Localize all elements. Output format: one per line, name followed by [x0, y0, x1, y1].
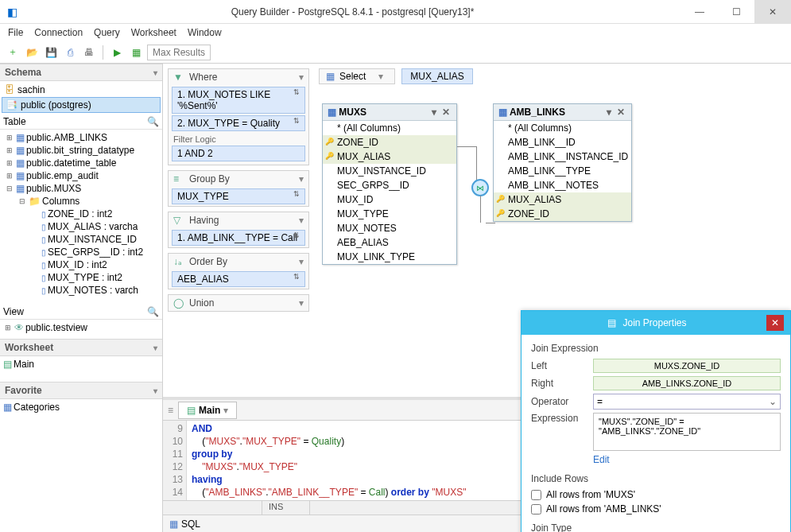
search-icon[interactable]: 🔍 [147, 306, 159, 317]
column-row[interactable]: 🔑MUX_ALIAS [494, 192, 631, 207]
search-icon[interactable]: 🔍 [147, 116, 159, 127]
tree-item[interactable]: ▯ZONE_ID : int2 [2, 208, 161, 220]
column-row[interactable]: MUX_INSTANCE_ID [323, 164, 456, 178]
column-row[interactable]: AMB_LINK__INSTANCE_ID [494, 150, 631, 164]
join-properties-panel[interactable]: ▤ Join Properties ✕ Join Expression Left… [521, 310, 791, 532]
column-row[interactable]: MUX_ID [323, 192, 456, 207]
schema-header[interactable]: Schema ▾ [0, 64, 162, 81]
groupby-header[interactable]: ≡ Group By ▾ [169, 171, 308, 187]
close-icon[interactable]: ✕ [442, 107, 452, 118]
where-item[interactable]: 2. MUX_TYPE = Quality⇅ [172, 115, 305, 131]
close-button[interactable]: ✕ [754, 0, 791, 24]
tree-item[interactable]: ⊟▦public.MUXS [2, 182, 161, 195]
expand-icon[interactable]: ⊞ [5, 146, 14, 154]
tree-item[interactable]: ⊞▦public.bit_string_datatype [2, 144, 161, 157]
reorder-icon[interactable]: ⇅ [293, 117, 303, 125]
sql-code[interactable]: AND ("MUXS"."MUX_TYPE" = Quality) group … [187, 421, 471, 500]
save-all-icon[interactable]: ⎙ [62, 45, 78, 60]
tree-item[interactable]: ▯SEC_GRPS__ID : int2 [2, 246, 161, 258]
union-header[interactable]: ◯ Union ▾ [169, 295, 308, 311]
save-icon[interactable]: 💾 [43, 45, 59, 60]
column-row[interactable]: AEB_ALIAS [323, 235, 456, 250]
chevron-down-icon[interactable]: ▾ [299, 72, 304, 83]
expand-icon[interactable]: ⊟ [5, 184, 14, 192]
tree-item[interactable]: ▯MUX_ALIAS : varcha [2, 220, 161, 233]
tree-item[interactable]: ▯MUX_INSTANCE_ID [2, 233, 161, 246]
tree-item[interactable]: ▯MUX_NOTES : varch [2, 284, 161, 297]
right-field[interactable]: AMB_LINKS.ZONE_ID [593, 376, 781, 390]
close-icon[interactable]: ✕ [617, 107, 626, 118]
select-chip[interactable]: MUX_ALIAS [401, 68, 472, 84]
worksheet-header[interactable]: Worksheet ▾ [0, 339, 162, 356]
include-amb-checkbox[interactable] [531, 504, 541, 515]
expand-icon[interactable]: ⊟ [17, 197, 27, 205]
column-row[interactable]: 🔑MUX_ALIAS [323, 150, 456, 164]
collapse-icon[interactable]: ▾ [153, 68, 157, 77]
menu-worksheet[interactable]: Worksheet [131, 27, 176, 38]
reorder-icon[interactable]: ⇅ [293, 88, 303, 96]
column-row[interactable]: * (All Columns) [323, 121, 456, 135]
having-header[interactable]: ▽ Having ▾ [169, 212, 308, 228]
menu-query[interactable]: Query [94, 27, 120, 38]
run-sheet-icon[interactable]: ▦ [128, 45, 144, 60]
menu-connection[interactable]: Connection [34, 27, 83, 38]
operator-select[interactable]: =⌄ [593, 394, 781, 410]
schema-selected[interactable]: 📑 public (postgres) [2, 97, 161, 113]
tree-item[interactable]: ▯MUX_TYPE : int2 [2, 271, 161, 284]
list-icon[interactable]: ≡ [168, 405, 173, 416]
expand-icon[interactable]: ⊞ [5, 172, 14, 180]
having-item[interactable]: 1. AMB_LINK__TYPE = Call⇅ [172, 230, 305, 246]
favorite-item[interactable]: ▦ Categories [2, 401, 161, 414]
column-row[interactable]: MUX_TYPE [323, 207, 456, 221]
tree-item[interactable]: ⊞▦public.datetime_table [2, 157, 161, 169]
chevron-down-icon[interactable]: ▾ [299, 215, 304, 226]
collapse-icon[interactable]: ▾ [153, 344, 157, 352]
chevron-down-icon[interactable]: ▾ [299, 297, 304, 309]
filter-logic-value[interactable]: 1 AND 2 [172, 146, 305, 161]
table-box-muxs[interactable]: ▦ MUXS ▾ ✕ * (All Columns)🔑ZONE_ID🔑MUX_A… [322, 103, 457, 265]
tree-item[interactable]: ▯MUX_ID : int2 [2, 258, 161, 271]
chevron-down-icon[interactable]: ▾ [607, 107, 613, 118]
open-icon[interactable]: 📂 [24, 45, 40, 60]
chevron-down-icon[interactable]: ⌄ [769, 396, 777, 407]
print-icon[interactable]: 🖶 [81, 45, 97, 60]
collapse-icon[interactable]: ▾ [153, 386, 157, 395]
column-row[interactable]: AMB_LINK__TYPE [494, 164, 631, 178]
tree-item[interactable]: ⊞▦public.emp_audit [2, 169, 161, 182]
chevron-down-icon[interactable]: ▾ [432, 107, 438, 118]
sql-tab-main[interactable]: ▤ Main ▾ [178, 402, 237, 419]
expand-icon[interactable]: ⊞ [5, 134, 14, 142]
expression-field[interactable]: "MUXS"."ZONE_ID" = "AMB_LINKS"."ZONE_ID" [593, 413, 781, 451]
menu-window[interactable]: Window [188, 27, 222, 38]
orderby-item[interactable]: AEB_ALIAS⇅ [172, 271, 305, 287]
chevron-down-icon[interactable]: ▾ [299, 173, 304, 184]
column-row[interactable]: AMB_LINK__NOTES [494, 178, 631, 192]
run-icon[interactable]: ▶ [109, 45, 125, 60]
column-row[interactable]: MUX_NOTES [323, 221, 456, 235]
chevron-down-icon[interactable]: ▾ [378, 71, 383, 82]
edit-link[interactable]: Edit [593, 454, 781, 465]
reorder-icon[interactable]: ⇅ [293, 273, 303, 281]
join-node[interactable]: ⋈ [471, 179, 489, 196]
worksheet-item[interactable]: ▤ Main [2, 358, 161, 371]
where-header[interactable]: ▼ Where ▾ [169, 69, 308, 85]
column-row[interactable]: MUX_LINK_TYPE [323, 250, 456, 264]
tree-item[interactable]: ⊟📁Columns [2, 195, 161, 208]
favorite-header[interactable]: Favorite ▾ [0, 382, 162, 399]
expand-icon[interactable]: ⊞ [3, 324, 13, 332]
view-item[interactable]: ⊞ 👁 public.testview [2, 321, 161, 334]
column-row[interactable]: * (All Columns) [494, 121, 631, 135]
tree-item[interactable]: ⊞▦public.AMB_LINKS [2, 131, 161, 144]
where-item[interactable]: 1. MUX_NOTES LIKE '%Sent%'⇅ [172, 87, 305, 114]
minimize-button[interactable]: — [681, 0, 718, 24]
chevron-down-icon[interactable]: ▾ [223, 405, 228, 416]
schema-db[interactable]: 🗄 sachin [2, 83, 161, 97]
table-tree[interactable]: ⊞▦public.AMB_LINKS⊞▦public.bit_string_da… [0, 130, 162, 305]
chevron-down-icon[interactable]: ▾ [299, 256, 304, 267]
left-field[interactable]: MUXS.ZONE_ID [593, 359, 781, 373]
column-row[interactable]: 🔑ZONE_ID [494, 207, 631, 221]
menu-file[interactable]: File [8, 27, 23, 38]
reorder-icon[interactable]: ⇅ [293, 190, 303, 198]
expand-icon[interactable]: ⊞ [5, 159, 14, 167]
select-header[interactable]: ▦ Select ▾ [319, 68, 395, 84]
